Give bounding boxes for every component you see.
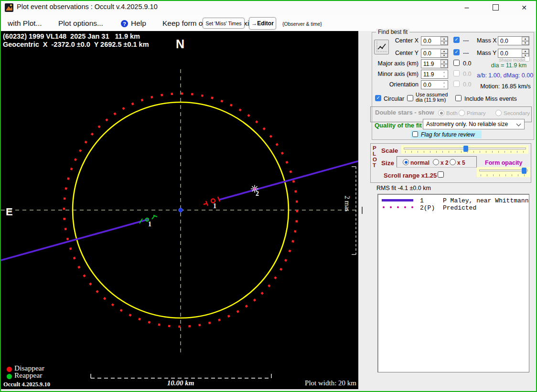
size-normal-radio[interactable] [403,159,409,165]
form-opacity-slider-thumb[interactable] [522,168,526,174]
spin-up-icon[interactable] [440,49,448,53]
spin-down-icon[interactable] [522,41,529,45]
spin-down-icon[interactable] [440,85,448,89]
center-x-checkbox[interactable] [453,37,460,43]
center-x-label: Center X [371,37,419,44]
reappear-legend-label: Reappear [14,371,43,380]
double-stars-both-label: Both [446,110,458,116]
circular-label: Circular [384,95,404,102]
occultation-plot: (60232) 1999 VL148 2025 Jan 31 11.9 km G… [1,31,358,389]
observer-time-label: {Observer & time} [282,21,322,27]
legend-row-number: 1 [420,197,424,204]
size-x5-label: x 5 [457,159,465,166]
plot-canvas [1,31,358,389]
center-y-flag: --- [463,50,469,56]
center-x-flag: --- [463,37,469,44]
spin-up-icon[interactable] [440,60,448,64]
circular-checkbox[interactable] [375,95,381,101]
quality-label: Quality of the fit [375,122,422,129]
center-y-checkbox[interactable] [453,49,460,55]
center-y-label: Center Y [371,50,419,56]
legend-row-2[interactable]: 2(P) Predicted [378,204,529,212]
minor-axis-flag: 0.0 [463,71,471,77]
app-window: Plot event observations : Occult v.4.202… [0,0,537,392]
scale-slider[interactable] [401,145,528,154]
use-assumed-dia-label: Use assumed dia (11.9 km) [416,92,448,103]
close-icon[interactable] [513,0,536,15]
center-x-spinner[interactable]: 0.0 [421,36,448,45]
double-stars-secondary-label: Secondary [504,110,530,116]
major-axis-checkbox[interactable] [453,60,460,66]
plot-version-label: Occult 4.2025.9.10 [3,381,50,388]
size-x5-radio[interactable] [450,159,456,165]
window-bottom-edge [0,389,359,392]
north-label: N [176,37,184,51]
plot-header-line2: Geocentric X -2372.0 ±0.0 Y 2692.5 ±0.1 … [3,41,149,48]
window-title: Plot event observations : Occult v.4.202… [17,3,158,11]
orientation-spinner[interactable]: 0.0 [421,80,448,89]
east-label: E [6,206,13,218]
flag-review-checkbox[interactable] [412,131,418,137]
title-bar: Plot event observations : Occult v.4.202… [0,0,537,15]
minor-axis-label: Minor axis (km) [371,71,419,77]
maximize-icon[interactable] [484,0,507,15]
menu-item-plot-options[interactable]: Plot options... [58,19,103,28]
include-miss-events-checkbox[interactable] [455,95,462,101]
editor-button[interactable]: →Editor [249,17,276,30]
size-normal-label: normal [410,159,430,166]
spin-up-icon[interactable] [522,37,529,41]
predicted-station-center [254,188,256,190]
control-panel: Find best fit Center X 0.0 --- Mass X 0.… [358,31,537,392]
flag-review-label: Flag for future review [421,131,475,138]
shape-model-checkbox[interactable] [525,56,530,62]
minimize-icon[interactable] [455,0,478,15]
menu-item-with-plot[interactable]: with Plot... [8,19,42,28]
size-x2-radio[interactable] [433,159,439,165]
scroll-range-label: Scroll range x1.25 [384,172,437,179]
scroll-range-checkbox[interactable] [438,171,444,178]
spin-down-icon[interactable] [440,64,448,68]
chord1-disappear-label: 1 [213,202,216,210]
spin-down-icon[interactable] [440,41,448,45]
ab-dmag-readout: a/b: 1.00, dMag: 0.00 [477,72,532,79]
app-icon [5,3,13,12]
menu-item-help[interactable]: Help [131,19,146,28]
spin-up-icon[interactable] [440,37,448,41]
mas-scale-bracket [352,167,356,254]
minor-axis-checkbox[interactable] [453,70,460,76]
center-point [179,208,183,212]
double-stars-primary-radio[interactable] [459,110,465,116]
spin-up-icon[interactable] [522,49,529,53]
diameter-readout: dia = 11.9 km [485,62,533,69]
center-y-spinner[interactable]: 0.0 [421,49,448,58]
orientation-checkbox[interactable] [453,81,460,87]
quality-dropdown[interactable]: Astrometry only. No reliable size [423,119,525,129]
minor-axis-spinner[interactable]: 11.9 [421,70,448,79]
double-stars-title: Double stars - show [375,109,434,116]
spin-up-icon[interactable] [440,70,448,74]
legend-row-1[interactable]: 1 P Maley, near Whittmann [378,197,529,204]
spin-down-icon[interactable] [440,53,448,58]
major-axis-flag: 0.0 [463,60,471,67]
chord-segment-east [219,161,358,200]
observers-legend-list[interactable]: 1 P Maley, near Whittmann 2(P) Predicted [377,194,529,372]
double-stars-both-radio[interactable] [438,110,444,116]
double-stars-secondary-radio[interactable] [495,110,502,116]
use-assumed-dia-checkbox[interactable] [407,95,413,101]
orientation-flag: 0.0 [463,81,471,88]
help-icon[interactable] [121,20,128,27]
solid-chord-swatch-icon [382,199,413,201]
mass-y-label: Mass Y [477,50,496,56]
menu-bar: with Plot... Plot options... Help Keep f… [0,15,537,31]
spin-down-icon[interactable] [440,74,448,79]
legend-row-name: Predicted [443,204,476,212]
panel-splitter-handle[interactable] [362,207,363,214]
mass-x-spinner[interactable]: 0.0 [498,36,529,45]
spin-up-icon[interactable] [440,81,448,85]
scale-bar [91,374,271,378]
include-miss-events-label: Include Miss events [464,95,517,102]
set-miss-times-button[interactable]: Set 'Miss' Times [203,18,245,29]
major-axis-spinner[interactable]: 11.9 [421,59,448,68]
form-opacity-slider[interactable] [477,167,530,177]
orientation-label: Orientation [371,81,419,88]
